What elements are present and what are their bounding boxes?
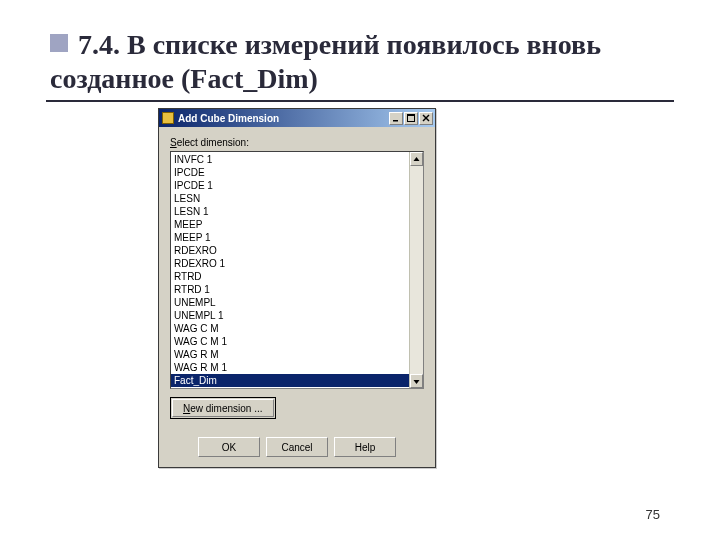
scrollbar-vertical[interactable] <box>409 152 423 388</box>
dialog-action-row: OK Cancel Help <box>170 437 424 457</box>
cancel-button[interactable]: Cancel <box>266 437 328 457</box>
list-item[interactable]: WAG C M 1 <box>171 335 409 348</box>
list-item[interactable]: INVFC 1 <box>171 153 409 166</box>
scroll-down-button[interactable] <box>410 374 423 388</box>
slide-heading: 7.4. В списке измерений появилось вновь … <box>50 28 670 95</box>
minimize-button[interactable] <box>389 112 403 125</box>
slide-heading-text: 7.4. В списке измерений появилось вновь … <box>50 29 601 94</box>
page-number: 75 <box>646 507 660 522</box>
new-dimension-button-frame: New dimension ... <box>170 397 276 419</box>
list-item[interactable]: RTRD <box>171 270 409 283</box>
svg-rect-0 <box>393 120 398 122</box>
dimension-listbox-frame: INVFC 1IPCDEIPCDE 1LESNLESN 1MEEPMEEP 1R… <box>170 151 424 389</box>
svg-marker-6 <box>414 380 420 384</box>
titlebar[interactable]: Add Cube Dimension <box>159 109 435 127</box>
select-dimension-label: Select dimension: <box>170 137 424 148</box>
heading-bullet-icon <box>50 34 68 52</box>
heading-underline <box>46 100 674 102</box>
list-item[interactable]: Fact_Dim <box>171 374 409 387</box>
dialog-title: Add Cube Dimension <box>178 113 389 124</box>
list-item[interactable]: WAG C M <box>171 322 409 335</box>
svg-rect-2 <box>408 115 415 117</box>
list-item[interactable]: UNEMPL <box>171 296 409 309</box>
list-item[interactable]: RDEXRO 1 <box>171 257 409 270</box>
help-button[interactable]: Help <box>334 437 396 457</box>
list-item[interactable]: RDEXRO <box>171 244 409 257</box>
scroll-track[interactable] <box>410 166 423 374</box>
list-item[interactable]: UNEMPL 1 <box>171 309 409 322</box>
cube-icon <box>162 112 174 124</box>
add-cube-dimension-dialog: Add Cube Dimension Select dimension: INV… <box>158 108 436 468</box>
scroll-up-button[interactable] <box>410 152 423 166</box>
list-item[interactable]: IPCDE <box>171 166 409 179</box>
list-item[interactable]: LESN 1 <box>171 205 409 218</box>
dimension-listbox[interactable]: INVFC 1IPCDEIPCDE 1LESNLESN 1MEEPMEEP 1R… <box>171 152 409 388</box>
list-item[interactable]: RTRD 1 <box>171 283 409 296</box>
close-button[interactable] <box>419 112 433 125</box>
list-item[interactable]: MEEP 1 <box>171 231 409 244</box>
dialog-body: Select dimension: INVFC 1IPCDEIPCDE 1LES… <box>159 127 435 467</box>
maximize-button[interactable] <box>404 112 418 125</box>
new-dimension-button[interactable]: New dimension ... <box>172 399 274 417</box>
svg-marker-5 <box>414 157 420 161</box>
list-item[interactable]: WAG R M <box>171 348 409 361</box>
window-controls <box>389 112 433 125</box>
new-dimension-row: New dimension ... <box>170 397 424 419</box>
ok-button[interactable]: OK <box>198 437 260 457</box>
list-item[interactable]: LESN <box>171 192 409 205</box>
list-item[interactable]: MEEP <box>171 218 409 231</box>
list-item[interactable]: WAG R M 1 <box>171 361 409 374</box>
list-item[interactable]: IPCDE 1 <box>171 179 409 192</box>
